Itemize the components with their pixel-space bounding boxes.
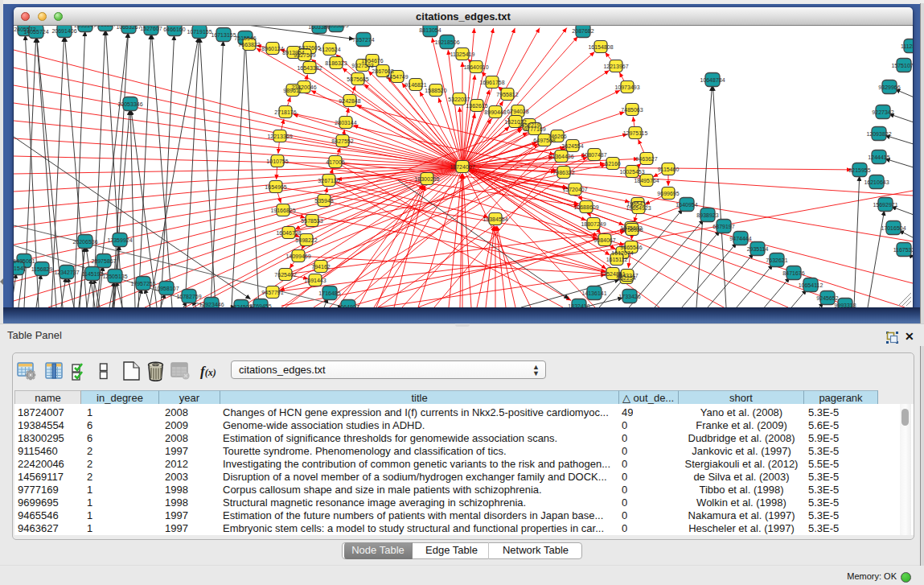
svg-text:12975115: 12975115 [623, 130, 648, 136]
svg-text:7515546: 7515546 [234, 35, 256, 41]
svg-text:20053346: 20053346 [117, 101, 142, 107]
svg-text:16210643: 16210643 [864, 179, 889, 185]
svg-text:9699695: 9699695 [657, 191, 679, 196]
svg-text:7632621: 7632621 [766, 257, 787, 263]
svg-text:1691443: 1691443 [304, 278, 326, 283]
svg-text:16033809: 16033809 [323, 26, 348, 28]
svg-text:21364436: 21364436 [548, 154, 573, 159]
svg-text:18724007: 18724007 [450, 164, 474, 170]
svg-text:391547: 391547 [14, 266, 27, 271]
svg-text:19218506: 19218506 [434, 39, 459, 45]
svg-text:7357274: 7357274 [352, 37, 374, 43]
svg-text:8427552: 8427552 [331, 138, 353, 144]
svg-text:62160: 62160 [605, 161, 621, 167]
svg-text:1010755: 1010755 [266, 159, 288, 164]
svg-text:10719155: 10719155 [187, 29, 211, 35]
svg-text:9993318: 9993318 [834, 303, 856, 308]
svg-text:14055724: 14055724 [23, 29, 48, 35]
svg-text:1588520: 1588520 [425, 88, 446, 93]
svg-text:12093822: 12093822 [866, 131, 891, 137]
svg-text:7625402: 7625402 [274, 272, 296, 278]
svg-text:23975867: 23975867 [91, 258, 116, 264]
svg-text:9457791: 9457791 [261, 290, 283, 295]
svg-text:794162: 794162 [311, 264, 330, 270]
svg-text:9084067: 9084067 [593, 237, 615, 243]
svg-text:15692971: 15692971 [873, 202, 897, 208]
svg-text:2718176: 2718176 [274, 109, 296, 115]
svg-text:9327503: 9327503 [351, 63, 373, 68]
svg-text:16713155: 16713155 [211, 32, 236, 38]
svg-text:9329966: 9329966 [878, 84, 900, 90]
svg-text:1954676: 1954676 [361, 58, 383, 64]
svg-text:4120524: 4120524 [318, 47, 340, 52]
svg-text:1654905: 1654905 [265, 184, 286, 190]
svg-text:1733426: 1733426 [618, 294, 640, 299]
svg-text:19384554: 19384554 [483, 216, 507, 222]
svg-text:18300295: 18300295 [414, 176, 439, 182]
svg-text:8938923: 8938923 [696, 212, 718, 218]
svg-text:1615112: 1615112 [606, 257, 628, 262]
svg-text:16961758: 16961758 [479, 80, 504, 85]
svg-text:12213369: 12213369 [267, 134, 292, 139]
svg-text:16543382: 16543382 [297, 65, 322, 71]
svg-text:9245652: 9245652 [816, 295, 838, 301]
svg-text:8813054: 8813054 [419, 27, 441, 33]
svg-text:15751074: 15751074 [891, 63, 913, 68]
svg-text:9115460: 9115460 [658, 167, 680, 172]
svg-text:12213967: 12213967 [603, 64, 628, 69]
svg-text:1527607: 1527607 [140, 26, 162, 31]
svg-text:14099469: 14099469 [285, 253, 310, 259]
svg-text:9146821: 9146821 [405, 82, 426, 88]
svg-text:9474444: 9474444 [729, 236, 751, 241]
svg-text:12342737: 12342737 [54, 270, 79, 275]
svg-text:9756928: 9756928 [621, 227, 643, 233]
svg-text:16154808: 16154808 [588, 44, 613, 50]
svg-text:1244415: 1244415 [868, 154, 889, 160]
svg-text:8215955: 8215955 [848, 167, 870, 173]
svg-text:1362615: 1362615 [466, 103, 487, 109]
svg-text:3624554: 3624554 [561, 143, 583, 149]
svg-text:5498222: 5498222 [295, 237, 317, 243]
svg-text:1167533: 1167533 [893, 247, 913, 253]
svg-text:9327509: 9327509 [294, 52, 315, 58]
svg-text:746266: 746266 [548, 134, 566, 139]
svg-text:9081227: 9081227 [94, 26, 116, 27]
svg-text:9242848: 9242848 [339, 98, 360, 104]
svg-text:5322037: 5322037 [448, 97, 470, 102]
svg-text:535943: 535943 [314, 198, 333, 204]
svg-text:2867608: 2867608 [372, 68, 393, 74]
svg-text:16782759: 16782759 [176, 294, 201, 299]
svg-text:12923446: 12923446 [199, 302, 224, 307]
svg-text:12505135: 12505135 [102, 274, 127, 279]
svg-text:8471676: 8471676 [782, 270, 804, 276]
svg-text:18807249: 18807249 [581, 221, 606, 227]
svg-text:1716485: 1716485 [318, 290, 340, 296]
svg-text:15720407: 15720407 [562, 187, 587, 192]
svg-text:10653267: 10653267 [116, 26, 141, 30]
svg-text:9463627: 9463627 [635, 156, 657, 162]
svg-text:19654923: 19654923 [626, 205, 651, 211]
svg-text:1112854: 1112854 [901, 43, 913, 49]
svg-text:3267130: 3267130 [318, 178, 339, 183]
svg-text:14136141: 14136141 [581, 290, 606, 296]
svg-text:6879197: 6879197 [713, 224, 734, 229]
svg-text:8186323: 8186323 [325, 60, 347, 66]
svg-text:2093147: 2093147 [74, 26, 96, 28]
svg-text:8769455: 8769455 [249, 303, 271, 308]
svg-text:2935114: 2935114 [747, 246, 769, 252]
svg-text:9465546: 9465546 [620, 245, 642, 250]
svg-text:5322605: 5322605 [298, 45, 320, 51]
svg-text:2543347: 2543347 [616, 273, 638, 278]
svg-text:7663822: 7663822 [238, 42, 260, 47]
svg-text:17359924: 17359924 [107, 237, 132, 243]
svg-text:1145193: 1145193 [82, 271, 104, 277]
svg-text:10807487: 10807487 [581, 152, 606, 158]
svg-text:10654112: 10654112 [799, 282, 823, 288]
svg-text:20691406: 20691406 [51, 28, 76, 34]
svg-text:10958107: 10958107 [154, 286, 179, 291]
svg-text:1640954: 1640954 [676, 202, 697, 208]
svg-text:2803144: 2803144 [335, 120, 356, 126]
svg-text:1156829: 1156829 [31, 266, 53, 272]
svg-text:8454749: 8454749 [386, 74, 408, 80]
svg-text:1832410: 1832410 [568, 303, 589, 308]
